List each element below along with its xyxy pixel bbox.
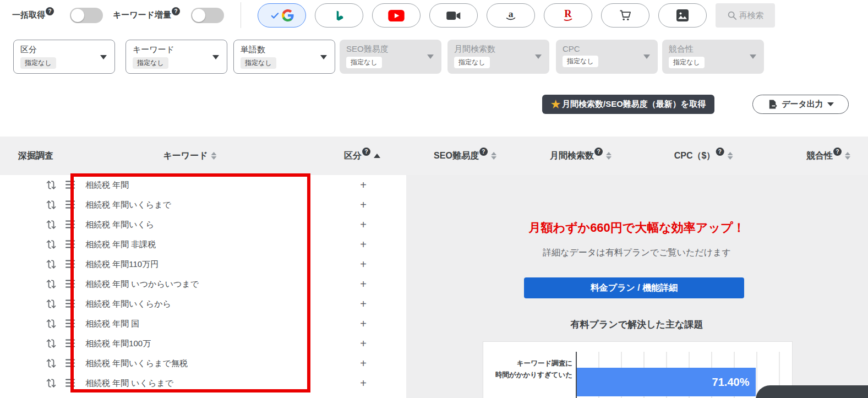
add-kubun-button[interactable]: + bbox=[356, 274, 371, 294]
keyword-text[interactable]: 相続税 年間いくらから bbox=[85, 294, 171, 314]
keyword-text[interactable]: 相続税 年間 いくらまで bbox=[85, 373, 173, 393]
menu-icon[interactable] bbox=[65, 299, 75, 308]
data-export-button[interactable]: データ出力 bbox=[752, 95, 849, 114]
menu-icon[interactable] bbox=[65, 240, 75, 248]
repeat-search-icon[interactable] bbox=[46, 299, 56, 309]
help-icon[interactable]: ? bbox=[479, 148, 488, 156]
table-row: 相続税 年間 国 + bbox=[0, 314, 406, 334]
help-icon[interactable]: ? bbox=[716, 148, 724, 156]
add-kubun-button[interactable]: + bbox=[356, 294, 371, 314]
add-kubun-button[interactable]: + bbox=[356, 235, 371, 254]
header-monthly-search[interactable]: 月間検索数 ? bbox=[550, 137, 612, 175]
table-row: 相続税 年間いくらまで無税 + bbox=[0, 353, 406, 373]
sort-asc-icon bbox=[374, 154, 380, 158]
youtube-logo-icon bbox=[388, 10, 405, 21]
table-row: 相続税 年間 いくらまで + bbox=[0, 373, 406, 393]
menu-icon[interactable] bbox=[65, 260, 75, 268]
table-row: 相続税 年間 いつからいつまで + bbox=[0, 274, 406, 294]
rakuten-logo-icon: R bbox=[562, 8, 574, 23]
chart-bar: 71.40% bbox=[577, 368, 756, 396]
image-icon bbox=[676, 9, 689, 21]
keyword-text[interactable]: 相続税 年間 bbox=[85, 175, 129, 195]
help-icon[interactable]: ? bbox=[172, 7, 180, 15]
help-icon[interactable]: ? bbox=[594, 148, 603, 156]
svg-text:R: R bbox=[564, 8, 572, 19]
star-icon: ★ bbox=[551, 98, 560, 111]
repeat-search-icon[interactable] bbox=[46, 358, 56, 368]
filter-monthly-search: 月間検索数 指定なし bbox=[447, 40, 549, 74]
google-logo-icon bbox=[282, 9, 294, 21]
keyword-text[interactable]: 相続税 年間110万円 bbox=[85, 254, 159, 274]
filter-value-badge: 指定なし bbox=[563, 56, 598, 67]
keyword-text[interactable]: 相続税 年間 国 bbox=[85, 314, 139, 334]
fetch-latest-metrics-button[interactable]: ★ 月間検索数/SEO難易度（最新）を取得 bbox=[542, 95, 714, 114]
menu-icon[interactable] bbox=[65, 200, 75, 209]
header-seo-difficulty[interactable]: SEO難易度 ? bbox=[434, 137, 496, 175]
add-kubun-button[interactable]: + bbox=[356, 353, 371, 373]
keyword-text[interactable]: 相続税 年間 非課税 bbox=[85, 235, 156, 254]
filter-word-count[interactable]: 単語数 指定なし bbox=[233, 40, 335, 74]
help-icon[interactable]: ? bbox=[833, 148, 842, 156]
bulk-fetch-label: 一括取得? bbox=[12, 10, 54, 20]
keyword-text[interactable]: 相続税 年間いくら bbox=[85, 215, 154, 235]
chat-widget-bubble[interactable] bbox=[756, 385, 868, 398]
header-keyword[interactable]: キーワード bbox=[163, 137, 216, 175]
add-kubun-button[interactable]: + bbox=[356, 373, 371, 393]
add-kubun-button[interactable]: + bbox=[356, 314, 371, 334]
menu-icon[interactable] bbox=[65, 280, 75, 288]
engine-youtube-button[interactable] bbox=[372, 3, 421, 28]
repeat-search-icon[interactable] bbox=[46, 200, 56, 210]
repeat-search-icon[interactable] bbox=[46, 259, 56, 269]
table-row: 相続税 年間いくらまで + bbox=[0, 195, 406, 215]
re-search-button[interactable]: 再検索 bbox=[716, 3, 775, 28]
engine-amazon-button[interactable]: a bbox=[487, 3, 535, 28]
header-kubun[interactable]: 区分 ? bbox=[344, 137, 380, 175]
chevron-down-icon bbox=[320, 55, 327, 59]
menu-icon[interactable] bbox=[65, 220, 75, 228]
add-kubun-button[interactable]: + bbox=[356, 334, 371, 353]
engine-image-button[interactable] bbox=[658, 3, 707, 28]
bulk-fetch-toggle[interactable] bbox=[70, 8, 103, 23]
top-toolbar: 一括取得? キーワード増量? bbox=[0, 0, 868, 31]
filter-kubun[interactable]: 区分 指定なし bbox=[13, 40, 115, 74]
keyword-text[interactable]: 相続税 年間いくらまで無税 bbox=[85, 353, 188, 373]
header-cpc[interactable]: CPC（$） ? bbox=[674, 137, 733, 175]
repeat-search-icon[interactable] bbox=[46, 180, 56, 190]
engine-bing-button[interactable] bbox=[315, 3, 363, 28]
engine-shopping-button[interactable] bbox=[601, 3, 649, 28]
menu-icon[interactable] bbox=[65, 359, 75, 367]
filter-value-badge: 指定なし bbox=[241, 57, 276, 69]
help-icon[interactable]: ? bbox=[46, 7, 54, 15]
pricing-plan-button[interactable]: 料金プラン / 機能詳細 bbox=[524, 277, 744, 298]
engine-video-button[interactable] bbox=[429, 3, 478, 28]
repeat-search-icon[interactable] bbox=[46, 319, 56, 329]
keyword-boost-toggle[interactable] bbox=[191, 8, 224, 23]
add-kubun-button[interactable]: + bbox=[356, 175, 371, 195]
repeat-search-icon[interactable] bbox=[46, 220, 56, 230]
engine-rakuten-button[interactable]: R bbox=[544, 3, 592, 28]
repeat-search-icon[interactable] bbox=[46, 239, 56, 249]
toggle-knob bbox=[192, 9, 205, 22]
header-competition[interactable]: 競合性 ? bbox=[806, 137, 850, 175]
promo-subtext: 詳細なデータは有料プランでご覧いただけます bbox=[543, 247, 731, 259]
repeat-search-icon[interactable] bbox=[46, 339, 56, 348]
keyword-text[interactable]: 相続税 年間100万 bbox=[85, 334, 151, 353]
menu-icon[interactable] bbox=[65, 339, 75, 347]
add-kubun-button[interactable]: + bbox=[356, 254, 371, 274]
table-row: 相続税 年間 非課税 + bbox=[0, 235, 406, 254]
help-icon[interactable]: ? bbox=[362, 148, 370, 156]
survey-bar-chart: キーワード調査に 時間がかかりすぎていた 71.40% bbox=[483, 341, 793, 398]
chevron-down-icon bbox=[100, 55, 107, 59]
add-kubun-button[interactable]: + bbox=[356, 195, 371, 215]
add-kubun-button[interactable]: + bbox=[356, 215, 371, 235]
filter-seo-difficulty: SEO難易度 指定なし bbox=[340, 40, 441, 74]
keyword-text[interactable]: 相続税 年間いくらまで bbox=[85, 195, 171, 215]
menu-icon[interactable] bbox=[65, 379, 75, 387]
engine-google-button[interactable] bbox=[258, 3, 306, 28]
repeat-search-icon[interactable] bbox=[46, 279, 56, 289]
menu-icon[interactable] bbox=[65, 319, 75, 328]
menu-icon[interactable] bbox=[65, 181, 75, 189]
filter-keyword[interactable]: キーワード 指定なし bbox=[125, 40, 227, 74]
keyword-text[interactable]: 相続税 年間 いつからいつまで bbox=[85, 274, 199, 294]
repeat-search-icon[interactable] bbox=[46, 378, 56, 388]
